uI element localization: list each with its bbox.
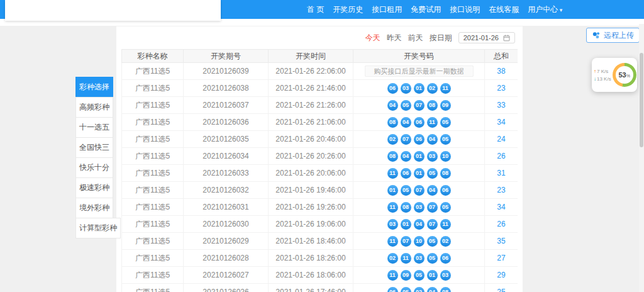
sidebar: 彩种选择高频彩种十一选五全国快三快乐十分极速彩种境外彩种计算型彩种 [75,77,121,239]
sidebar-item[interactable]: 彩种选择 [75,77,113,98]
sidebar-item[interactable]: 计算型彩种 [75,218,121,239]
time-cell: 2021-01-26 18:26:00 [269,250,353,267]
issue-cell: 20210126039 [184,63,269,80]
number-ball: 11 [401,253,411,264]
number-ball: 07 [401,134,411,145]
column-header: 总和 [485,50,518,63]
column-header: 开奖时间 [269,50,353,63]
nav-item[interactable]: 用户中心 ▾ [528,4,562,15]
number-ball: 01 [401,219,411,230]
number-ball: 03 [387,219,398,230]
lottery-name-cell: 广西11选5 [122,250,184,267]
number-ball: 07 [414,100,425,111]
lottery-name-cell: 广西11选5 [122,131,184,148]
number-ball: 04 [387,100,398,111]
locked-data-notice: 购买接口后显示最新一期数据 [365,65,474,77]
sidebar-item[interactable]: 境外彩种 [75,198,113,218]
number-ball: 05 [427,253,438,264]
table-row: 广西11选5202101260362021-01-26 21:06:000804… [122,114,518,131]
number-ball: 03 [414,253,425,264]
calendar-icon[interactable] [503,35,510,42]
column-header: 彩种名称 [122,50,184,63]
filter-yesterday[interactable]: 昨天 [387,33,402,43]
number-ball: 02 [427,83,438,94]
lottery-name-cell: 广西11选5 [122,182,184,199]
nav-item[interactable]: 开奖历史 [333,4,363,15]
number-ball: 01 [414,168,425,179]
nav-item[interactable]: 在线客服 [489,4,519,15]
nav-item[interactable]: 免费试用 [411,4,441,15]
sidebar-item[interactable]: 十一选五 [75,117,113,138]
lottery-name-cell: 广西11选5 [122,216,184,233]
numbers-cell: 0211030506 [353,250,485,267]
table-row: 广西11选5202101260312021-01-26 19:26:001108… [122,199,518,216]
sum-cell: 38 [485,63,518,80]
lottery-name-cell: 广西11选5 [122,148,184,165]
sum-cell: 23 [485,182,518,199]
nav-item[interactable]: 首 页 [307,4,324,15]
upload-button[interactable]: 远程上传 [586,28,640,43]
time-cell: 2021-01-26 19:46:00 [269,182,353,199]
filter-today[interactable]: 今天 [365,33,380,43]
issue-cell: 20210126033 [184,165,269,182]
numbers-cell: 购买接口后显示最新一期数据 [353,63,485,80]
filter-day-before[interactable]: 前天 [408,33,423,43]
page: 首 页开奖历史接口租用免费试用接口说明在线客服用户中心 ▾ 彩种选择高频彩种十一… [0,0,644,292]
issue-cell: 20210126036 [184,114,269,131]
numbers-cell: 1109050103 [353,267,485,284]
sum-cell: 34 [485,114,518,131]
sum-cell: 25 [485,284,518,292]
sidebar-item[interactable]: 高频彩种 [75,97,113,118]
numbers-cell: 0603010211 [353,80,485,97]
time-cell: 2021-01-26 19:06:00 [269,216,353,233]
sum-cell: 31 [485,165,518,182]
speed-gauge-ring: 53% [613,63,636,87]
sum-cell: 33 [485,97,518,114]
chevron-down-icon: ▾ [558,7,562,13]
number-ball: 02 [440,236,451,247]
column-header: 开奖号码 [353,50,485,63]
sidebar-item[interactable]: 极速彩种 [75,177,113,198]
number-ball: 05 [440,134,451,145]
number-ball: 04 [427,134,438,145]
number-ball: 05 [440,202,451,213]
lottery-name-cell: 广西11选5 [122,267,184,284]
site-logo[interactable] [5,0,221,21]
number-ball: 04 [427,287,438,292]
number-ball: 01 [427,270,438,281]
sidebar-item[interactable]: 快乐十分 [75,157,113,178]
lottery-name-cell: 广西11选5 [122,233,184,250]
sidebar-item[interactable]: 全国快三 [75,137,113,158]
issue-cell: 20210126038 [184,80,269,97]
time-cell: 2021-01-26 18:46:00 [269,233,353,250]
number-ball: 05 [401,100,411,111]
date-input[interactable]: 2021-01-26 [458,32,515,43]
number-ball: 05 [401,185,411,196]
number-ball: 07 [427,219,438,230]
numbers-cell: 0301040711 [353,216,485,233]
lottery-name-cell: 广西11选5 [122,114,184,131]
number-ball: 08 [387,151,398,162]
table-row: 广西11选5202101260282021-01-26 18:26:000211… [122,250,518,267]
sum-cell: 27 [485,250,518,267]
speed-widget[interactable]: ↑7 K/s ↓13 K/s 53% [592,58,637,92]
arrow-down-icon: ↓ [594,76,596,82]
lottery-name-cell: 广西11选5 [122,97,184,114]
sum-cell: 26 [485,216,518,233]
number-ball: 02 [387,253,398,264]
number-ball: 04 [414,219,425,230]
table-row: 广西11选5202101260382021-01-26 21:46:000603… [122,80,518,97]
scrollbar-thumb[interactable] [640,53,643,147]
number-ball: 05 [414,270,425,281]
lottery-name-cell: 广西11选5 [122,80,184,97]
table-row: 广西11选5202101260332021-01-26 20:06:001106… [122,165,518,182]
nav-item[interactable]: 接口租用 [372,4,402,15]
number-ball: 08 [427,100,438,111]
nav-item[interactable]: 接口说明 [450,4,480,15]
scrollbar-track[interactable] [639,24,644,292]
numbers-cell: 0207060405 [353,131,485,148]
number-ball: 06 [414,134,425,145]
results-table: 彩种名称开奖期号开奖时间开奖号码总和 广西11选5202101260392021… [121,49,518,292]
table-row: 广西11选5202101260272021-01-26 18:06:001109… [122,267,518,284]
number-ball: 09 [440,100,451,111]
